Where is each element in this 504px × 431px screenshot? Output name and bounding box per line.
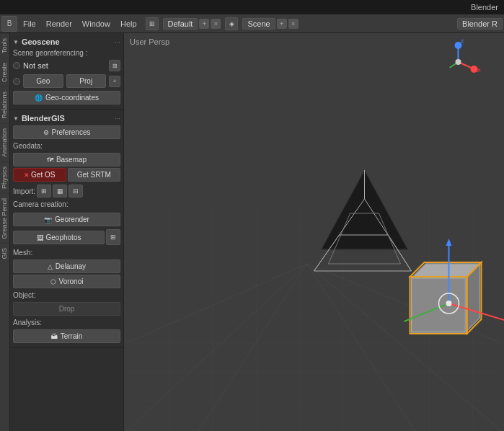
not-set-row: Not set ⊞ [13,58,120,73]
scene-add-btn[interactable]: + [277,19,287,29]
workspace-add-btn[interactable]: + [199,19,209,29]
geo-icon: 🌐 [35,94,43,102]
import-osm-btn[interactable]: ⊟ [68,185,83,197]
import-label: Import: [13,186,35,197]
import-raster-btn[interactable]: ▦ [53,185,67,197]
get-srtm-btn[interactable]: Get SRTM [68,168,121,182]
drop-btn[interactable]: Drop [13,302,120,316]
geoscene-toggle-icon: ▼ [13,39,19,45]
geodata-label: Geodata: [13,141,120,151]
scene-close-btn[interactable]: × [288,19,299,29]
tab-animation[interactable]: Animation [0,123,9,161]
svg-point-47 [455,42,462,49]
voronoi-btn[interactable]: ⬡ Voronoi [13,275,120,288]
svg-line-15 [127,264,307,431]
geo-btn[interactable]: Geo [23,74,63,88]
geo-coordinates-btn[interactable]: 🌐 Geo-coordinates [13,91,120,105]
blendergis-title: BlenderGIS [22,114,65,123]
svg-rect-33 [412,278,466,332]
svg-line-43 [404,303,449,321]
delaunay-icon: △ [48,263,53,270]
tab-tools[interactable]: Tools [0,33,9,58]
svg-line-17 [127,264,307,343]
voronoi-icon: ⬡ [50,278,56,285]
tab-create[interactable]: Create [0,58,9,86]
svg-line-50 [450,62,459,68]
analysis-label: Analysis: [13,317,120,328]
geo-proj-row: Geo Proj + [13,73,120,89]
scene-selector[interactable]: Scene [242,18,275,30]
svg-text:X: X [477,67,482,74]
svg-rect-36 [410,277,467,334]
preferences-btn[interactable]: ⚙ Preferences [13,125,120,139]
tab-physics[interactable]: Physics [0,161,9,193]
render-info-btn: Blender R [457,18,503,30]
scene-icon: ◈ [225,17,238,30]
geophotos-extra-btn[interactable]: ⊞ [106,229,120,245]
svg-line-20 [307,264,415,431]
proj-btn[interactable]: Proj [66,74,107,88]
blendergis-dots: ··· [115,115,120,123]
svg-point-45 [446,301,452,306]
main-layout: Tools Create Relations Animation Physics… [0,33,504,431]
svg-marker-35 [466,264,480,332]
prefs-icon: ⚙ [43,129,49,136]
get-os-btn[interactable]: ✕ Get OS [13,168,66,182]
geo-radio[interactable] [13,78,20,85]
geoscene-dots: ··· [115,38,120,46]
workspace-icon: ⊞ [146,17,159,30]
svg-line-23 [365,170,408,249]
window-menu[interactable]: Window [78,18,115,30]
georender-icon: 📷 [44,216,52,223]
viewport[interactable]: User Persp [124,33,504,431]
help-menu[interactable]: Help [116,18,141,30]
geoscene-section: ▼ Geoscene ··· Scene georeferencing : No… [10,33,123,110]
svg-line-48 [459,62,472,68]
not-set-radio[interactable] [13,62,20,69]
blender-logo: B [1,16,17,32]
blendergis-toggle-icon: ▼ [13,115,19,122]
not-set-label: Not set [23,61,48,70]
not-set-icon-btn[interactable]: ⊞ [109,60,120,71]
delaunay-btn[interactable]: △ Delaunay [13,259,120,273]
basemap-btn[interactable]: 🗺 Basemap [13,153,120,166]
blendergis-section: ▼ BlenderGIS ··· ⚙ Preferences Geodata: … [10,110,123,348]
geoscene-header[interactable]: ▼ Geoscene ··· [13,36,120,48]
tab-grease-pencil[interactable]: Grease Pencil [0,193,9,244]
logo-text: B [7,19,12,27]
workspace-selector[interactable]: Default [163,18,198,30]
side-panel: ▼ Geoscene ··· Scene georeferencing : No… [10,33,124,431]
terrain-btn[interactable]: 🏔 Terrain [13,329,120,343]
tab-gis[interactable]: GIS [0,243,9,264]
geophotos-btn[interactable]: 🖼 Geophotos [13,231,105,244]
svg-marker-21 [322,170,408,249]
svg-line-30 [389,235,412,271]
app-title: Blender [471,3,498,12]
file-menu[interactable]: File [19,18,40,30]
svg-marker-34 [412,264,480,278]
svg-marker-40 [446,239,452,246]
svg-marker-37 [410,262,482,277]
svg-marker-32 [329,213,401,264]
geophotos-row: 🖼 Geophotos ⊞ [13,229,120,246]
scene-label: Scene [247,19,270,28]
workspace-close-btn[interactable]: × [211,19,221,29]
workspace-label: Default [168,19,193,28]
left-tabs: Tools Create Relations Animation Physics… [0,33,10,431]
svg-line-18 [307,264,502,343]
georender-btn[interactable]: 📷 Georender [13,213,120,226]
blendergis-header[interactable]: ▼ BlenderGIS ··· [13,112,120,124]
tab-relations[interactable]: Relations [0,86,9,123]
georeferencing-label: Scene georeferencing : [13,48,120,58]
camera-creation-label: Camera creation: [13,199,120,210]
viewport-label: User Persp [130,37,169,46]
geophotos-icon: 🖼 [37,234,43,241]
render-menu[interactable]: Render [42,18,76,30]
svg-line-16 [307,264,502,431]
svg-line-22 [322,170,365,249]
svg-text:Z: Z [461,38,464,45]
proj-icon-btn[interactable]: + [109,76,120,87]
menu-bar: B File Render Window Help ⊞ Default + × … [0,14,504,33]
get-os-icon: ✕ [24,172,30,179]
import-vec-btn[interactable]: ⊞ [37,185,51,197]
